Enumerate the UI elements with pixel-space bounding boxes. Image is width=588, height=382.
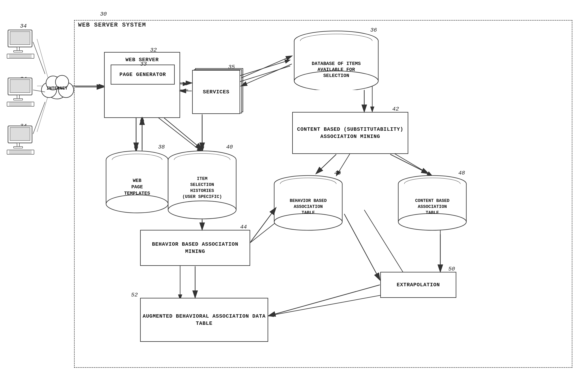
svg-text:SELECTION: SELECTION — [190, 182, 214, 187]
ref-44: 44 — [240, 224, 247, 230]
svg-text:TABLE: TABLE — [302, 210, 315, 215]
content-based-mining-box: CONTENT BASED (SUBSTITUTABILITY) ASSOCIA… — [292, 112, 408, 154]
augmented-behavioral-label: AUGMENTED BEHAVIORAL ASSOCIATION DATA TA… — [141, 313, 268, 327]
svg-rect-32 — [10, 79, 30, 93]
ref-35: 35 — [228, 64, 235, 70]
svg-rect-24 — [10, 32, 30, 45]
page-generator-label: PAGE GENERATOR — [120, 71, 166, 78]
ref-32: 32 — [150, 47, 157, 53]
ref-38: 38 — [158, 144, 165, 150]
behavior-based-mining-label: BEHAVIOR BASED ASSOCIATION MINING — [141, 241, 250, 255]
database-items-cylinder: DATABASE OF ITEMS AVAILABLE FOR SELECTIO… — [292, 30, 380, 90]
svg-text:WEB: WEB — [133, 178, 141, 183]
ref-42: 42 — [392, 106, 399, 112]
web-page-templates-cylinder: WEB PAGE TEMPLATES — [104, 150, 170, 214]
ref-30: 30 — [100, 11, 107, 17]
svg-text:TEMPLATES: TEMPLATES — [124, 191, 150, 196]
svg-point-67 — [106, 195, 168, 213]
ref-33: 33 — [140, 61, 147, 67]
diagram: 30 WEB SERVER SYSTEM 34 34 34 — [0, 0, 588, 382]
ref-48: 48 — [458, 170, 465, 176]
svg-rect-34 — [14, 98, 23, 100]
ref-40: 40 — [226, 144, 233, 150]
computer-bot — [6, 124, 38, 156]
svg-rect-42 — [14, 147, 23, 148]
svg-text:ASSOCIATION: ASSOCIATION — [294, 204, 323, 209]
augmented-behavioral-box: AUGMENTED BEHAVIORAL ASSOCIATION DATA TA… — [140, 298, 268, 342]
svg-text:SELECTION: SELECTION — [323, 73, 349, 78]
ref-52: 52 — [131, 292, 138, 298]
web-server-system-label: WEB SERVER SYSTEM — [78, 21, 146, 28]
ref-36: 36 — [370, 27, 377, 33]
svg-text:ITEM: ITEM — [197, 176, 208, 181]
internet-cloud: INTERNET — [37, 66, 77, 102]
svg-point-86 — [274, 213, 342, 230]
svg-text:TABLE: TABLE — [426, 210, 439, 215]
svg-text:ASSOCIATION: ASSOCIATION — [418, 204, 447, 209]
computer-top — [6, 28, 38, 60]
content-based-mining-label: CONTENT BASED (SUBSTITUTABILITY) ASSOCIA… — [293, 126, 408, 140]
item-selection-cylinder: ITEM SELECTION HISTORIES (USER SPECIFIC) — [166, 150, 238, 220]
svg-text:HISTORIES: HISTORIES — [190, 188, 214, 193]
extrapolation-label: EXTRAPOLATION — [397, 281, 440, 288]
svg-text:PAGE: PAGE — [131, 184, 143, 190]
svg-point-76 — [168, 201, 236, 219]
svg-rect-26 — [14, 51, 23, 52]
behavior-based-table-cylinder: BEHAVIOR BASED ASSOCIATION TABLE — [272, 174, 344, 234]
ref-50: 50 — [448, 266, 455, 272]
svg-rect-40 — [10, 128, 30, 140]
svg-text:(USER SPECIFIC): (USER SPECIFIC) — [182, 194, 222, 199]
svg-text:DATABASE OF ITEMS: DATABASE OF ITEMS — [312, 61, 361, 66]
svg-text:INTERNET: INTERNET — [46, 86, 68, 91]
content-based-table-cylinder: CONTENT BASED ASSOCIATION TABLE — [396, 174, 468, 234]
extrapolation-box: EXTRAPOLATION — [380, 272, 456, 298]
computer-mid — [6, 76, 38, 108]
svg-text:AVAILABLE FOR: AVAILABLE FOR — [317, 67, 355, 72]
svg-point-95 — [398, 213, 466, 230]
svg-text:CONTENT BASED: CONTENT BASED — [415, 198, 449, 203]
page-generator-box: PAGE GENERATOR — [111, 65, 175, 85]
services-label: SERVICES — [203, 88, 230, 96]
svg-text:BEHAVIOR BASED: BEHAVIOR BASED — [290, 198, 327, 203]
behavior-based-mining-box: BEHAVIOR BASED ASSOCIATION MINING — [140, 230, 250, 266]
services-box: SERVICES — [192, 70, 240, 114]
ref-46: 46 — [334, 170, 341, 176]
